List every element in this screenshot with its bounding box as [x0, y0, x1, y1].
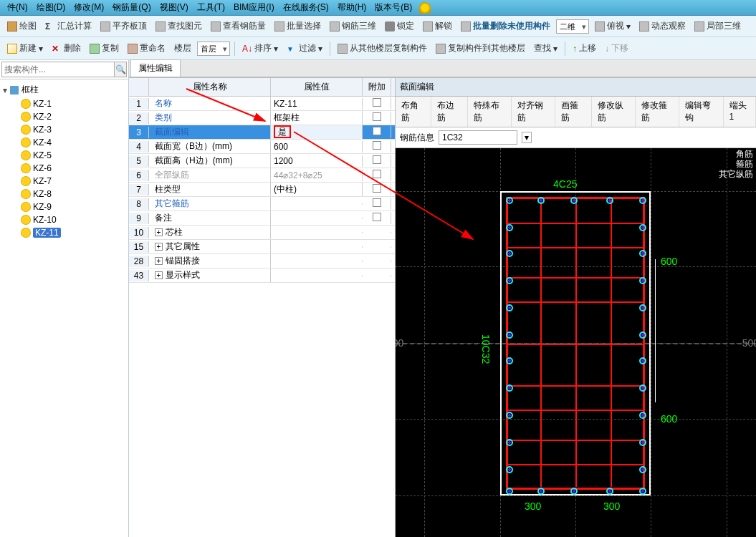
floor-label: 楼层 [171, 41, 194, 56]
grid-row-1[interactable]: 1名称KZ-11 [129, 97, 395, 111]
menu-help[interactable]: 帮助(H) [333, 0, 371, 15]
tree: 框柱 KZ-1KZ-2KZ-3KZ-4KZ-5KZ-6KZ-7KZ-8KZ-9K… [0, 79, 128, 242]
menu-tools[interactable]: 工具(T) [193, 0, 229, 15]
tab-properties[interactable]: 属性编辑 [130, 59, 181, 77]
grid-row-2[interactable]: 2类别框架柱 [129, 111, 395, 125]
topview-button[interactable]: 俯视 ▾ [592, 19, 633, 34]
tree-item-KZ-4[interactable]: KZ-4 [1, 136, 127, 149]
grid-row-7[interactable]: 7柱类型(中柱) [129, 183, 395, 197]
section-tab-8[interactable]: 端头1 [724, 97, 756, 127]
steel-input[interactable] [439, 130, 517, 145]
down-button[interactable]: ↓下移 [602, 41, 631, 56]
dyn-button[interactable]: 动态观察 [636, 19, 689, 34]
tree-item-KZ-3[interactable]: KZ-3 [1, 123, 127, 136]
section-tab-1[interactable]: 布边筋 [431, 97, 467, 127]
local3d-button[interactable]: 局部三维 [692, 19, 744, 34]
section-tab-5[interactable]: 修改纵筋 [592, 97, 636, 127]
expand-icon[interactable]: + [155, 228, 163, 236]
grid-row-10[interactable]: 10+芯柱 [129, 226, 395, 240]
tree-item-KZ-2[interactable]: KZ-2 [1, 110, 127, 123]
batchsel-button[interactable]: 批量选择 [272, 19, 324, 34]
grid-checkbox[interactable] [373, 155, 381, 164]
node-label: KZ-5 [33, 150, 52, 160]
findel-button[interactable]: 查找图元 [153, 19, 205, 34]
menu-modify[interactable]: 修改(M) [70, 0, 108, 15]
tree-root[interactable]: 框柱 [1, 82, 127, 97]
filter-button[interactable]: 过滤 ▾ [284, 41, 325, 56]
collapse-icon[interactable] [3, 85, 7, 95]
copyfrom-button[interactable]: 从其他楼层复制构件 [335, 41, 430, 56]
grid-checkbox[interactable] [373, 127, 381, 135]
menu-version[interactable]: 版本号(B) [370, 0, 416, 15]
steel-dropdown-icon[interactable]: ▾ [522, 132, 532, 143]
grid-row-3[interactable]: 3截面编辑是 [129, 125, 395, 140]
grid-row-9[interactable]: 9备注 [129, 211, 395, 226]
tree-item-KZ-11[interactable]: KZ-11 [1, 226, 127, 239]
sidebar: 🔍 框柱 KZ-1KZ-2KZ-3KZ-4KZ-5KZ-6KZ-7KZ-8KZ-… [0, 60, 129, 537]
lock-button[interactable]: 锁定 [382, 19, 417, 34]
tree-item-KZ-8[interactable]: KZ-8 [1, 188, 127, 200]
tree-item-KZ-10[interactable]: KZ-10 [1, 213, 127, 226]
delete-button[interactable]: 删除 [49, 41, 84, 56]
sum-button[interactable]: 汇总计算 [42, 19, 95, 34]
unlock-button[interactable]: 解锁 [420, 19, 455, 34]
section-outline [500, 191, 651, 495]
grid-checkbox[interactable] [373, 141, 381, 150]
copyfrom-label: 从其他楼层复制构件 [350, 42, 427, 54]
section-tab-4[interactable]: 画箍筋 [555, 97, 591, 127]
dyn-label: 动态观察 [651, 20, 686, 32]
tree-item-KZ-6[interactable]: KZ-6 [1, 162, 127, 175]
find-button[interactable]: 查找 ▾ [531, 41, 560, 56]
grid-checkbox[interactable] [373, 198, 381, 207]
menu-steel[interactable]: 钢筋量(Q) [108, 0, 155, 15]
section-canvas[interactable]: 500 500 角筋 4C3 箍筋 C10 其它纵筋 20C [396, 148, 756, 537]
rename-button[interactable]: 重命名 [125, 41, 168, 56]
grid-row-4[interactable]: 4截面宽（B边）(mm)600 [129, 140, 395, 154]
search-input[interactable] [1, 62, 115, 77]
section-tab-7[interactable]: 编辑弯钩 [679, 97, 723, 127]
grid-row-6[interactable]: 6全部纵筋44⌀32+8⌀25 [129, 168, 395, 183]
tree-item-KZ-1[interactable]: KZ-1 [1, 97, 127, 110]
copyto-button[interactable]: 复制构件到其他楼层 [433, 41, 528, 56]
section-tab-3[interactable]: 对齐钢筋 [512, 97, 555, 127]
menu-bim[interactable]: BIM应用(I) [229, 0, 279, 15]
section-tab-0[interactable]: 布角筋 [396, 97, 431, 127]
search-button[interactable]: 🔍 [115, 62, 127, 77]
grid-row-8[interactable]: 8其它箍筋 [129, 197, 395, 211]
rebar [570, 488, 578, 495]
menu-draw[interactable]: 绘图(D) [32, 0, 70, 15]
copy-button[interactable]: 复制 [87, 41, 122, 56]
viewsteel-button[interactable]: 查看钢筋量 [208, 19, 269, 34]
draw-button[interactable]: 绘图 [4, 19, 39, 34]
grid-row-43[interactable]: 43+显示样式 [129, 268, 395, 283]
batchdel-button[interactable]: 批量删除未使用构件 [458, 19, 553, 34]
new-button[interactable]: 新建 ▾ [4, 41, 46, 56]
grid-checkbox[interactable] [373, 112, 381, 121]
sort-button[interactable]: A↓排序 ▾ [239, 41, 281, 56]
grid-checkbox[interactable] [373, 213, 381, 221]
expand-icon[interactable]: + [155, 257, 163, 265]
expand-icon[interactable]: + [155, 243, 163, 251]
grid-row-28[interactable]: 28+锚固搭接 [129, 254, 395, 268]
rebar [639, 197, 646, 204]
grid-checkbox[interactable] [373, 170, 381, 178]
grid-checkbox[interactable] [373, 184, 381, 193]
view-dropdown[interactable]: 二维 [556, 19, 589, 34]
tree-item-KZ-5[interactable]: KZ-5 [1, 149, 127, 162]
steel3d-button[interactable]: 钢筋三维 [327, 19, 379, 34]
floor-dropdown[interactable]: 首层 [197, 42, 230, 56]
menu-online[interactable]: 在线服务(S) [279, 0, 333, 15]
menu-file[interactable]: 件(N) [3, 0, 32, 15]
tree-item-KZ-7[interactable]: KZ-7 [1, 175, 127, 188]
section-tab-2[interactable]: 特殊布筋 [468, 97, 512, 127]
section-tab-6[interactable]: 修改箍筋 [636, 97, 679, 127]
grid-row-15[interactable]: 15+其它属性 [129, 240, 395, 254]
flat-button[interactable]: 平齐板顶 [97, 19, 150, 34]
grid-checkbox[interactable] [373, 98, 381, 107]
expand-icon[interactable]: + [155, 271, 163, 279]
rebar [570, 197, 578, 204]
tree-item-KZ-9[interactable]: KZ-9 [1, 200, 127, 213]
menu-view[interactable]: 视图(V) [155, 0, 193, 15]
grid-row-5[interactable]: 5截面高（H边）(mm)1200 [129, 154, 395, 168]
up-button[interactable]: ↑上移 [570, 41, 599, 56]
